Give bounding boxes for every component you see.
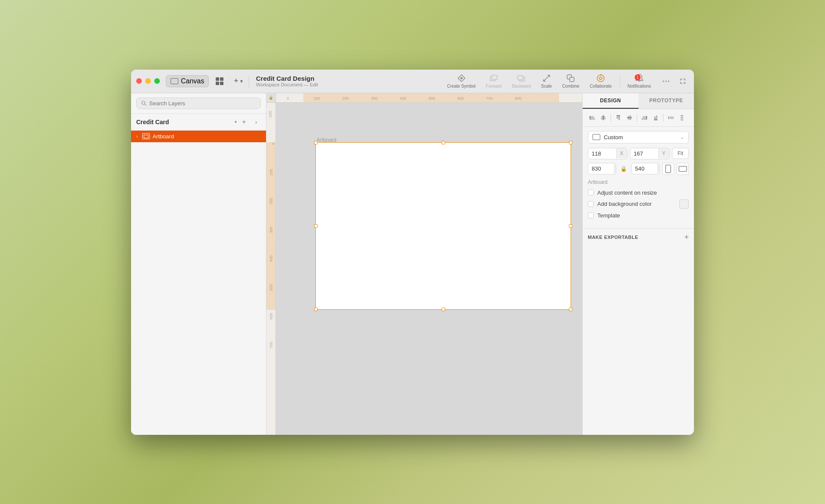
more-button[interactable]	[657, 75, 675, 88]
layer-name: Artboard	[153, 133, 174, 140]
forward-icon	[489, 73, 498, 83]
svg-rect-18	[590, 116, 593, 118]
page-chevron-icon[interactable]: ▾	[235, 119, 237, 124]
notifications-button[interactable]: 1 Notifications	[623, 72, 655, 90]
svg-rect-30	[643, 116, 646, 118]
tab-design[interactable]: DESIGN	[583, 93, 639, 109]
checkbox-row-background: Add background color	[588, 199, 689, 209]
more-icon	[661, 76, 671, 86]
main-content: Credit Card ▾ + › › Artboard 🔒	[131, 93, 694, 435]
canvas-background[interactable]: Artboard	[276, 103, 582, 435]
insert-chevron-icon: ▾	[240, 78, 243, 84]
app-window: Canvas + ▾ Credit Card Design Workspace …	[131, 70, 694, 435]
search-input[interactable]	[149, 100, 256, 107]
artboard-frame[interactable]	[315, 142, 571, 310]
align-toolbar	[583, 109, 694, 127]
close-button[interactable]	[136, 78, 142, 84]
add-background-color-checkbox[interactable]	[588, 201, 594, 207]
combine-button[interactable]: Combine	[558, 72, 584, 90]
separator	[249, 75, 249, 88]
svg-rect-16	[144, 135, 148, 138]
page-add-button[interactable]: +	[239, 117, 249, 127]
align-left-button[interactable]	[587, 113, 597, 123]
align-middle-v-button[interactable]	[624, 113, 635, 123]
align-center-h-button[interactable]	[598, 113, 608, 123]
backward-label: Backward	[512, 84, 531, 89]
template-label: Template	[597, 212, 620, 219]
svg-point-7	[597, 75, 604, 82]
lock-icon: 🔒	[269, 95, 273, 100]
handle-mr[interactable]	[569, 224, 572, 228]
toolbar-separator-2	[620, 75, 620, 88]
collaborate-button[interactable]: Collaborate	[585, 72, 616, 90]
align-right-button[interactable]	[639, 113, 650, 123]
distribute-h-button[interactable]	[666, 113, 676, 123]
handle-ml[interactable]	[314, 224, 318, 228]
combine-label: Combine	[562, 84, 579, 89]
preset-label: Custom	[604, 134, 680, 141]
fit-button[interactable]: Fit	[672, 148, 689, 159]
layer-item-artboard[interactable]: › Artboard	[131, 131, 266, 142]
h-input[interactable]	[632, 163, 657, 174]
ruler-left: -100 0 100 200 300 400 500 600 700	[266, 103, 276, 435]
svg-rect-36	[673, 116, 674, 119]
w-input[interactable]	[588, 163, 614, 174]
title-section: Credit Card Design Workspace Document — …	[252, 75, 443, 87]
svg-rect-37	[670, 117, 672, 119]
ruler-v-600: 600	[269, 313, 273, 319]
handle-tr[interactable]	[569, 141, 572, 144]
size-lock-icon[interactable]: 🔒	[619, 166, 629, 172]
svg-rect-2	[492, 75, 497, 79]
portrait-button[interactable]	[662, 163, 674, 175]
x-field-group: X	[588, 148, 627, 159]
grid-view-button[interactable]	[212, 76, 227, 87]
template-checkbox[interactable]	[588, 212, 594, 218]
w-label: W	[614, 164, 616, 174]
handle-bm[interactable]	[442, 308, 445, 311]
adjust-content-checkbox[interactable]	[588, 189, 594, 195]
expand-button[interactable]	[677, 75, 689, 87]
ruler-highlight-v	[266, 142, 275, 310]
handle-bl[interactable]	[314, 308, 318, 311]
handle-tl[interactable]	[314, 141, 318, 144]
canvas-view-button[interactable]: Canvas	[166, 75, 209, 87]
canvas-label: Canvas	[181, 77, 204, 85]
align-bottom-button[interactable]	[651, 113, 661, 123]
sidebar: Credit Card ▾ + › › Artboard	[131, 93, 266, 435]
document-title: Credit Card Design	[256, 75, 443, 82]
ruler-highlight-h	[303, 93, 559, 102]
handle-tm[interactable]	[442, 141, 445, 144]
right-panel: DESIGN PROTOTYPE	[582, 93, 694, 435]
insert-button[interactable]: + ▾	[230, 75, 246, 87]
y-field-group: Y	[630, 148, 669, 159]
document-subtitle: Workspace Document — Edit	[256, 82, 443, 87]
background-color-swatch[interactable]	[679, 199, 689, 209]
align-top-button[interactable]	[613, 113, 623, 123]
align-separator-3	[663, 114, 663, 122]
position-row: X Y Fit	[588, 148, 689, 159]
distribute-v-button[interactable]	[677, 113, 687, 123]
svg-rect-31	[642, 118, 646, 119]
combine-icon	[566, 73, 575, 83]
checkbox-row-adjust: Adjust content on resize	[588, 189, 689, 196]
export-add-button[interactable]: +	[684, 233, 689, 242]
search-input-wrap[interactable]	[136, 98, 261, 109]
preset-dropdown[interactable]: Custom ⌄	[588, 131, 689, 144]
tab-prototype[interactable]: PROTOTYPE	[639, 93, 694, 109]
maximize-button[interactable]	[154, 78, 160, 84]
scale-button[interactable]: Scale	[537, 72, 556, 90]
page-name: Credit Card	[136, 119, 232, 125]
forward-button[interactable]: Forward	[482, 72, 506, 90]
landscape-button[interactable]	[677, 163, 689, 175]
handle-br[interactable]	[569, 308, 572, 311]
svg-rect-35	[668, 116, 669, 119]
page-nav-button[interactable]: ›	[251, 117, 261, 127]
minimize-button[interactable]	[145, 78, 151, 84]
y-input[interactable]	[630, 148, 658, 159]
backward-button[interactable]: Backward	[507, 72, 535, 90]
create-symbol-button[interactable]: Create Symbol	[443, 72, 480, 90]
svg-rect-39	[681, 119, 683, 120]
canvas-area[interactable]: 🔒 0 100 200 300 400 500 600 700 800	[266, 93, 582, 435]
x-input[interactable]	[588, 148, 616, 159]
svg-rect-25	[619, 116, 620, 120]
